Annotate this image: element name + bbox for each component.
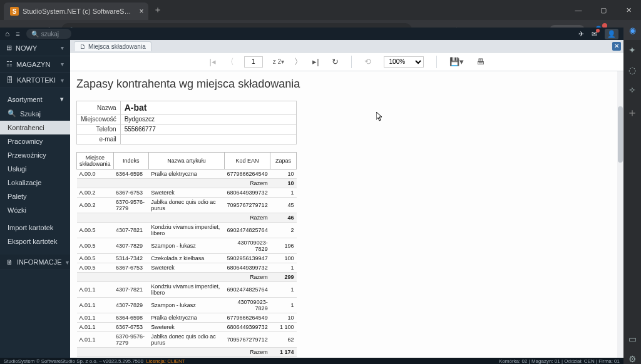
copilot-icon[interactable]: ◉ xyxy=(629,26,636,35)
warehouse-icon: ☷ xyxy=(6,60,13,68)
sidebar-szukaj[interactable]: 🔍 Szukaj xyxy=(0,106,70,121)
sidebar-import[interactable]: Import kartotek xyxy=(0,221,70,235)
table-row: A.00.56367-6753Sweterek68064493997321 xyxy=(77,263,297,273)
status-right: Komórka: 02 | Magazyn: 01 | Oddział: CEN… xyxy=(499,358,620,364)
doc-tab-row: 🗋 Miejsca składowania ✕ xyxy=(70,40,623,53)
user-icon[interactable]: 👤 xyxy=(605,29,618,39)
hamburger-icon[interactable]: ≡ xyxy=(16,30,19,38)
window-close[interactable]: ✕ xyxy=(616,0,641,20)
sum-label: Razem xyxy=(77,179,270,188)
new-tab-button[interactable]: ＋ xyxy=(153,4,162,16)
hdr-tel-lbl: Telefon xyxy=(77,124,121,134)
search-placeholder: szukaj xyxy=(41,31,59,38)
search-input[interactable]: 🔍 szukaj xyxy=(26,29,71,39)
table-sum-row: Razem46 xyxy=(77,213,297,223)
sidebar-item[interactable]: Palety xyxy=(0,190,70,203)
sidebar-asortyment[interactable]: Asortyment ▾ xyxy=(0,92,70,106)
table-row: A.01.16370-9576-7279Jabłka donec quis od… xyxy=(77,332,297,348)
save-icon[interactable]: 💾▾ xyxy=(449,57,464,66)
hdr-miejsc-lbl: Miejscowość xyxy=(77,114,121,124)
window-minimize[interactable]: — xyxy=(566,0,591,20)
sum-value: 1 174 xyxy=(270,348,297,357)
search-icon: 🔍 xyxy=(8,109,16,118)
info-icon: 🗎 xyxy=(6,258,13,266)
home-icon[interactable]: ⌂ xyxy=(5,29,9,38)
cell-ms: A.00.5 xyxy=(77,254,114,263)
sidebar-add-icon[interactable]: ＋ xyxy=(627,105,638,120)
sidebar-kartoteki[interactable]: 🗄 KARTOTEKI ▾ xyxy=(0,73,70,88)
mail-icon[interactable]: ✉ xyxy=(592,30,597,38)
cell-kod: 5902956139947 xyxy=(225,254,270,263)
cell-nazwa: Sweterek xyxy=(148,263,224,273)
doc-icon: 🗋 xyxy=(79,43,86,50)
cell-idx: 6370-9576-7279 xyxy=(113,332,148,348)
cell-kod: 6779666264549 xyxy=(225,169,270,179)
sidebar-item[interactable]: Usługi xyxy=(0,162,70,176)
status-bar: StudioSystem © SoftwareStudio Sp. z o.o.… xyxy=(0,358,623,364)
sidebar-magazyn-label: MAGAZYN xyxy=(16,61,50,68)
table-row: A.00.26370-9576-7279Jabłka donec quis od… xyxy=(77,198,297,213)
sidebar-nowy[interactable]: ⊞ NOWY ▾ xyxy=(0,40,70,56)
sidebar-settings-icon[interactable]: ▭ xyxy=(628,334,637,344)
cell-kod: 6902474825764 xyxy=(225,223,270,238)
sidebar-tool3-icon[interactable]: ✧ xyxy=(628,85,636,95)
sidebar-nowy-label: NOWY xyxy=(16,44,37,52)
back-icon[interactable]: ⟲ xyxy=(364,57,371,66)
sidebar-item[interactable]: Przewoźnicy xyxy=(0,148,70,162)
sidebar-item[interactable]: Pracownicy xyxy=(0,134,70,148)
doc-tab-close[interactable]: ✕ xyxy=(612,42,621,51)
prev-page-icon[interactable]: 〈 xyxy=(226,56,234,68)
cell-zapas: 100 xyxy=(270,254,297,263)
cell-idx: 6364-6598 xyxy=(113,313,148,323)
cell-zapas: 1 xyxy=(270,298,297,313)
sidebar: ⊞ NOWY ▾ ☷ MAGAZYN ▾ 🗄 KARTOTEKI ▾ Asort… xyxy=(0,40,70,358)
cell-ms: A.00.2 xyxy=(77,188,114,198)
sidebar-kartoteki-label: KARTOTEKI xyxy=(17,76,56,84)
cell-idx: 4307-7821 xyxy=(113,282,148,298)
app-header: ⌂ ≡ 🔍 szukaj ✈ ✉ 👤 xyxy=(0,28,623,40)
hdr-tel-val: 555666777 xyxy=(120,124,296,134)
window-maximize[interactable]: ▢ xyxy=(591,0,616,20)
page-input[interactable] xyxy=(244,56,263,68)
sidebar-item[interactable]: Kontrahenci xyxy=(0,121,70,134)
cell-ms: A.01.1 xyxy=(77,298,114,313)
last-page-icon[interactable]: ▸| xyxy=(312,57,319,66)
col-nazwa: Nazwa artykułu xyxy=(148,153,224,169)
sidebar-eksport[interactable]: Eksport kartotek xyxy=(0,235,70,248)
page-count: z 2▾ xyxy=(273,58,284,65)
sidebar-magazyn[interactable]: ☷ MAGAZYN ▾ xyxy=(0,56,70,73)
sidebar-item[interactable]: Lokalizacje xyxy=(0,176,70,190)
cell-nazwa: Kondziu vivamus imperdiet, libero xyxy=(148,223,224,238)
cell-zapas: 10 xyxy=(270,169,297,179)
col-idx: Indeks xyxy=(113,153,148,169)
zoom-select[interactable]: 100% xyxy=(384,56,424,68)
table-row: A.00.06364-6598Pralka elektryczna6779666… xyxy=(77,169,297,179)
browser-tab[interactable]: S StudioSystem.NET (c) SoftwareS… × xyxy=(4,3,148,20)
close-tab-icon[interactable]: × xyxy=(139,7,143,16)
print-icon[interactable]: 🖶 xyxy=(476,57,485,66)
sidebar-tool2-icon[interactable]: ◌ xyxy=(628,65,636,75)
doc-tab[interactable]: 🗋 Miejsca składowania xyxy=(74,41,151,51)
cell-nazwa: Jabłka donec quis odio ac purus xyxy=(148,198,224,213)
drawer-icon: 🗄 xyxy=(6,76,13,84)
sum-label: Razem xyxy=(77,213,270,223)
vertical-scrollbar[interactable] xyxy=(617,71,623,358)
scrollbar-thumb[interactable] xyxy=(618,106,623,163)
sidebar-tool1-icon[interactable]: ✦ xyxy=(628,45,636,55)
chevron-icon: ▾ xyxy=(60,95,64,103)
sidebar-item[interactable]: Wózki xyxy=(0,203,70,217)
table-sum-row: Razem10 xyxy=(77,179,297,188)
cell-kod: 430709023-7829 xyxy=(225,298,270,313)
sidebar-informacje[interactable]: 🗎 INFORMACJE ▾ xyxy=(0,255,70,270)
first-page-icon[interactable]: |◂ xyxy=(209,57,215,66)
sidebar-hide-icon[interactable]: ⚙ xyxy=(628,354,637,364)
next-page-icon[interactable]: 〉 xyxy=(294,56,302,68)
refresh-icon[interactable]: ↻ xyxy=(332,57,339,66)
cell-idx: 6370-9576-7279 xyxy=(113,198,148,213)
report-data-table: Miejsce składowania Indeks Nazwa artykuł… xyxy=(76,152,297,358)
app-body: ⊞ NOWY ▾ ☷ MAGAZYN ▾ 🗄 KARTOTEKI ▾ Asort… xyxy=(0,40,623,358)
cell-zapas: 10 xyxy=(270,313,297,323)
cell-kod: 430709023-7829 xyxy=(225,238,270,254)
plane-icon[interactable]: ✈ xyxy=(578,30,584,38)
status-licencja: Licencja: CLIENT xyxy=(146,358,185,364)
